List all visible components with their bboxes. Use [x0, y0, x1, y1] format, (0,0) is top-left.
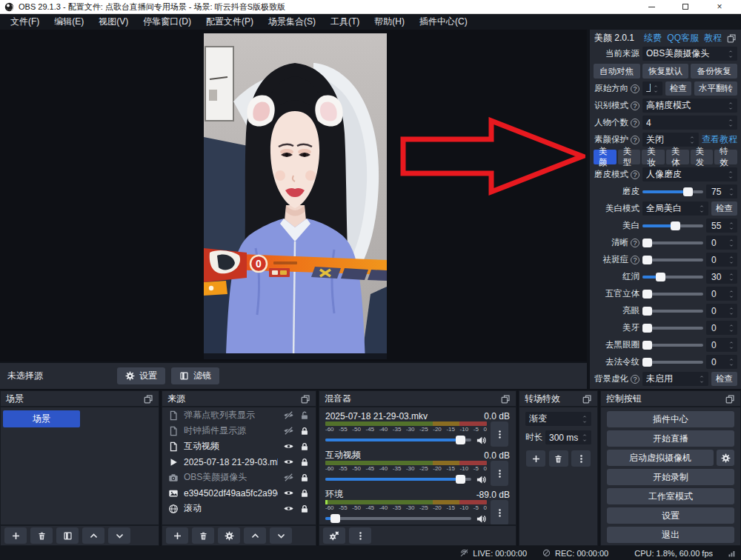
menu-item[interactable]: 工具(T): [323, 16, 367, 28]
teeth-slider[interactable]: [642, 321, 703, 335]
menu-item[interactable]: 编辑(E): [47, 16, 91, 28]
preview-canvas[interactable]: 0: [0, 30, 587, 361]
spinbox-arrows[interactable]: [728, 358, 734, 367]
smooth-value-spinbox[interactable]: 75: [706, 184, 737, 199]
dark-circles-value-spinbox[interactable]: 0: [706, 338, 737, 352]
blemish-slider[interactable]: [642, 253, 703, 267]
help-icon[interactable]: ?: [631, 101, 639, 110]
makeup-protect-select[interactable]: 关闭: [642, 133, 699, 147]
add-source-button[interactable]: [166, 527, 188, 544]
features-slider[interactable]: [642, 287, 703, 301]
current-source-select[interactable]: OBS美颜摄像头: [642, 47, 737, 61]
spinbox-arrows[interactable]: [728, 221, 734, 230]
help-icon[interactable]: ?: [631, 256, 639, 264]
tab-body[interactable]: 美体: [666, 150, 689, 164]
popout-dock-icon[interactable]: [725, 394, 735, 404]
source-row[interactable]: 弹幕点歌列表显示: [162, 407, 316, 423]
volume-slider[interactable]: [325, 513, 471, 525]
help-icon[interactable]: ?: [631, 84, 639, 93]
source-row[interactable]: 互动视频: [162, 439, 316, 454]
menu-item[interactable]: 配置文件(P): [199, 16, 261, 28]
orientation-check-button[interactable]: 检查: [665, 81, 691, 96]
popout-dock-icon[interactable]: [582, 394, 592, 404]
select-spinner[interactable]: [728, 170, 734, 179]
help-icon[interactable]: ?: [631, 239, 639, 247]
speaker-icon[interactable]: [476, 474, 487, 485]
select-spinner[interactable]: [653, 84, 659, 93]
add-transition-button[interactable]: [526, 450, 545, 467]
lock-icon[interactable]: [299, 426, 310, 436]
spinbox-arrows[interactable]: [728, 341, 734, 350]
exit-button[interactable]: 退出: [607, 527, 734, 543]
settings-button[interactable]: 设置: [607, 507, 734, 524]
tab-beauty[interactable]: 美颜: [594, 150, 617, 164]
person-count-spinbox[interactable]: 4: [642, 116, 737, 130]
channel-menu-button[interactable]: [491, 461, 508, 486]
slider-handle[interactable]: [642, 256, 652, 264]
source-properties-button[interactable]: [218, 527, 240, 544]
whiten-mode-select[interactable]: 全局美白: [642, 201, 708, 216]
menu-item[interactable]: 场景集合(S): [261, 16, 323, 28]
slider-handle[interactable]: [642, 324, 652, 333]
slider-handle[interactable]: [642, 341, 652, 350]
virtual-camera-settings-button[interactable]: [717, 450, 734, 466]
blemish-value-spinbox[interactable]: 0: [706, 253, 737, 267]
select-spinner[interactable]: [728, 50, 734, 59]
autofocus-button[interactable]: 自动对焦: [594, 64, 640, 79]
plugin-center-button[interactable]: 插件中心: [607, 411, 734, 427]
source-row[interactable]: 滚动: [162, 501, 316, 516]
eye-off-icon[interactable]: [283, 410, 294, 421]
volume-slider[interactable]: [325, 434, 471, 447]
slider-handle[interactable]: [642, 358, 652, 367]
menu-item[interactable]: 文件(F): [3, 16, 47, 28]
select-spinner[interactable]: [689, 136, 695, 144]
features-value-spinbox[interactable]: 0: [706, 287, 737, 301]
menu-item[interactable]: 插件中心(C): [412, 16, 475, 28]
eye-icon[interactable]: [283, 487, 294, 499]
tab-makeup[interactable]: 美妆: [642, 150, 665, 164]
teeth-value-spinbox[interactable]: 0: [706, 321, 737, 335]
duration-spinbox[interactable]: 300 ms: [545, 430, 591, 444]
slider-handle[interactable]: [656, 273, 665, 281]
help-icon[interactable]: ?: [631, 119, 639, 127]
bg-blur-select[interactable]: 未启用: [642, 372, 708, 386]
popout-dock-icon[interactable]: [727, 33, 737, 43]
eye-off-icon[interactable]: [283, 472, 294, 483]
close-button[interactable]: ×: [702, 0, 737, 13]
lock-icon[interactable]: [299, 457, 310, 467]
select-spinner[interactable]: [699, 375, 705, 384]
lock-open-icon[interactable]: [299, 410, 310, 421]
whiten-value-spinbox[interactable]: 55: [706, 219, 737, 233]
source-row[interactable]: e394502df49aa5fc2a99cd2e7c: [162, 485, 316, 501]
remove-scene-button[interactable]: [30, 527, 53, 544]
source-filters-button[interactable]: 滤镜: [171, 367, 219, 384]
help-icon[interactable]: ?: [631, 170, 639, 179]
lock-icon[interactable]: [299, 441, 310, 452]
volume-slider[interactable]: [325, 473, 471, 486]
slider-handle[interactable]: [683, 187, 693, 196]
maximize-button[interactable]: [668, 0, 702, 13]
eye-off-icon[interactable]: [283, 425, 294, 436]
remove-transition-button[interactable]: [549, 450, 568, 467]
spinbox-arrows[interactable]: [728, 307, 734, 316]
select-spinner[interactable]: [582, 415, 588, 424]
eye-icon[interactable]: [283, 503, 294, 514]
lock-icon[interactable]: [299, 504, 310, 514]
lock-icon[interactable]: [299, 488, 310, 499]
spinbox-arrows[interactable]: [728, 187, 734, 196]
spinbox-arrows[interactable]: [728, 256, 734, 264]
minimize-button[interactable]: [634, 0, 668, 13]
dark-circles-slider[interactable]: [642, 338, 703, 352]
spinbox-arrows[interactable]: [728, 324, 734, 333]
rosy-slider[interactable]: [642, 270, 703, 284]
transition-menu-button[interactable]: [571, 450, 591, 467]
preview-video[interactable]: 0: [204, 33, 387, 359]
orientation-select[interactable]: 上: [642, 81, 662, 96]
whiten-check-button[interactable]: 检查: [711, 201, 737, 216]
slider-handle[interactable]: [671, 221, 680, 230]
select-spinner[interactable]: [699, 204, 705, 213]
scene-list-item-selected[interactable]: 场景: [3, 410, 80, 427]
eye-icon[interactable]: [283, 441, 294, 452]
help-icon[interactable]: ?: [631, 375, 639, 384]
advanced-audio-button[interactable]: [323, 527, 345, 544]
